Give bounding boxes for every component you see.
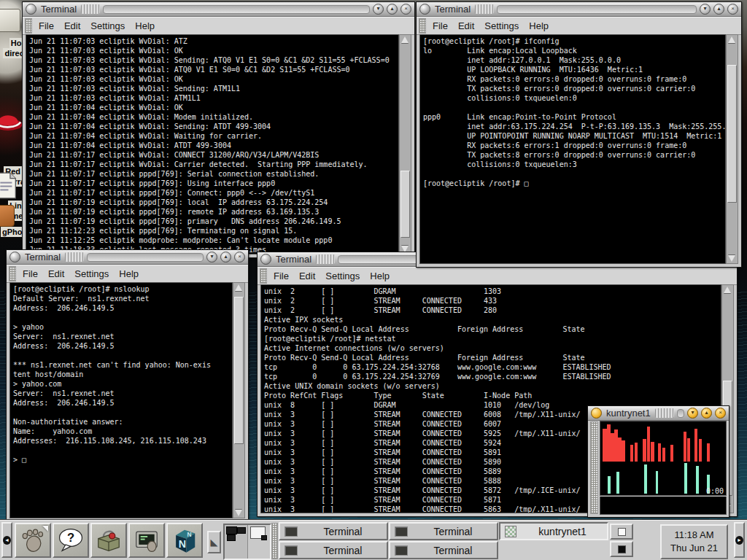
scrollbar-thumb[interactable]: [727, 65, 737, 203]
scroll-up-icon[interactable]: [401, 36, 409, 43]
menu-settings[interactable]: Settings: [71, 267, 116, 281]
panel-drag-handle[interactable]: [271, 523, 278, 559]
tasklist-page-up-button[interactable]: [610, 524, 633, 540]
menu-settings[interactable]: Settings: [88, 19, 132, 33]
terminal-line: [13, 446, 232, 455]
red-hat-errata-icon[interactable]: [0, 102, 25, 137]
scrollbar-thumb[interactable]: [234, 297, 244, 444]
window-menu-icon[interactable]: [260, 254, 271, 265]
menu-drag-handle[interactable]: [9, 266, 16, 281]
terminal-launcher[interactable]: [128, 523, 165, 558]
terminal-line: tcp 0 0 63.175.224.254:32769 www.google.…: [264, 372, 721, 381]
window-task-list: Terminal Terminal kuntrynet1 Terminal Te…: [279, 522, 608, 559]
menu-edit[interactable]: Edit: [61, 19, 88, 33]
menu-help[interactable]: Help: [526, 19, 556, 33]
pager-desktop-current[interactable]: [225, 525, 248, 559]
menu-edit[interactable]: Edit: [296, 269, 322, 283]
menu-file[interactable]: File: [36, 19, 61, 33]
minimize-icon[interactable]: ▾: [373, 4, 384, 15]
scrollbar[interactable]: [726, 34, 738, 264]
menu-help[interactable]: Help: [132, 19, 162, 33]
window-menu-icon[interactable]: [9, 252, 20, 262]
tasklist-pagers: [610, 524, 633, 557]
minimize-icon[interactable]: ▾: [700, 4, 711, 15]
scrollbar[interactable]: [233, 282, 245, 518]
close-icon[interactable]: ×: [715, 408, 726, 419]
pager-desktop-next[interactable]: [248, 525, 271, 559]
linux-documentation-icon[interactable]: [0, 172, 18, 199]
menu-settings[interactable]: Settings: [481, 19, 526, 33]
gphoto-icon[interactable]: [0, 205, 15, 227]
menu-file[interactable]: File: [271, 269, 296, 283]
help-launcher[interactable]: ?: [53, 523, 89, 558]
netscape-launcher[interactable]: NN: [166, 523, 203, 558]
maximize-icon[interactable]: ▴: [713, 4, 724, 15]
terminal-screen-icon: [133, 526, 160, 554]
scroll-down-icon[interactable]: [235, 510, 242, 516]
window-menu-icon[interactable]: [419, 4, 430, 15]
menu-file[interactable]: File: [20, 267, 45, 281]
terminal-output[interactable]: [root@ecliptik /root]# ifconfiglo Link e…: [419, 34, 726, 264]
titlebar[interactable]: Terminal ▾ ▴ ×: [417, 2, 741, 17]
titlebar[interactable]: Terminal ▾ ▴ ×: [7, 250, 248, 265]
terminal-line: [root@ecliptik /root]# netstat: [264, 334, 721, 343]
titlebar[interactable]: kuntrynet1 ▾ ▴ ×: [588, 406, 729, 421]
window-menu-icon[interactable]: [591, 408, 602, 419]
menu-help[interactable]: Help: [116, 267, 146, 281]
menu-drag-handle[interactable]: [25, 18, 32, 34]
task-button-kuntrynet1-active[interactable]: kuntrynet1: [499, 522, 608, 540]
close-icon[interactable]: ×: [400, 4, 411, 15]
window-title: Terminal: [274, 254, 313, 265]
menu-drag-handle[interactable]: [260, 268, 267, 284]
close-icon[interactable]: ×: [727, 4, 738, 15]
scrollbar-thumb[interactable]: [400, 171, 410, 238]
panel-hide-left-button[interactable]: ◄: [1, 522, 12, 558]
minimize-icon[interactable]: ▾: [687, 408, 698, 419]
terminal-line: Jun 21 11:07:17 ecliptik WvDial: CONNECT…: [29, 150, 398, 160]
traffic-bar: [616, 472, 619, 494]
scroll-down-icon[interactable]: [728, 255, 735, 262]
terminal-output[interactable]: Jun 21 11:07:03 ecliptik WvDial: ATZJun …: [26, 34, 399, 254]
task-button-terminal[interactable]: Terminal: [389, 541, 498, 559]
task-button-terminal[interactable]: Terminal: [279, 522, 388, 540]
maximize-icon[interactable]: ▴: [701, 408, 712, 419]
menu-file[interactable]: File: [430, 19, 455, 33]
terminal-output[interactable]: [root@ecliptik /root]# nslookupDefault S…: [9, 282, 233, 518]
gnome-main-menu-button[interactable]: [15, 523, 51, 558]
terminal-line: collisions:0 txqueuelen:0: [423, 93, 725, 103]
terminal-line: ppp0 Link encap:Point-to-Point Protocol: [423, 112, 725, 122]
scrollbar[interactable]: [399, 34, 411, 254]
maximize-icon[interactable]: ▴: [387, 4, 398, 15]
maximize-icon[interactable]: ▴: [220, 252, 231, 262]
menu-help[interactable]: Help: [367, 269, 397, 283]
menu-settings[interactable]: Settings: [322, 269, 367, 283]
menu-drag-handle[interactable]: [419, 18, 426, 34]
titlebar[interactable]: Terminal ▾ ▴ ×: [23, 2, 414, 17]
svg-text:N: N: [187, 531, 192, 538]
window-menu-icon[interactable]: [26, 4, 36, 15]
drawer-button[interactable]: ◣: [207, 531, 221, 553]
terminal-line: Jun 21 11:07:04 ecliptik WvDial: Modem i…: [29, 112, 398, 122]
handle-box-grip[interactable]: [590, 421, 598, 514]
task-button-terminal[interactable]: Terminal: [389, 522, 498, 540]
close-icon[interactable]: ×: [234, 252, 245, 262]
scroll-up-icon[interactable]: [235, 284, 242, 291]
clock-applet[interactable]: 11:18 AM Thu Jun 21: [660, 524, 728, 559]
terminal-line: [13, 351, 232, 360]
terminal-line: Jun 21 11:07:17 ecliptik pppd[769]: Usin…: [29, 179, 398, 188]
home-directory-icon[interactable]: [0, 9, 20, 32]
terminal-line: inet addr:63.175.224.254 P-t-P:63.169.13…: [423, 122, 725, 131]
panel-hide-right-button[interactable]: ►: [734, 522, 745, 558]
terminal-line: [423, 169, 725, 179]
minimize-icon[interactable]: ▾: [206, 252, 217, 262]
toolbox-launcher[interactable]: [90, 523, 127, 558]
terminal-line: Address: 206.246.149.5: [13, 341, 232, 351]
scroll-up-icon[interactable]: [724, 287, 731, 293]
terminal-line: unix 2 [ ] STREAM CONNECTED 280: [264, 306, 721, 315]
menu-edit[interactable]: Edit: [45, 267, 71, 281]
tasklist-page-down-button[interactable]: [610, 541, 633, 557]
task-button-terminal[interactable]: Terminal: [279, 541, 388, 559]
menu-edit[interactable]: Edit: [455, 19, 481, 33]
scroll-up-icon[interactable]: [728, 36, 735, 43]
terminal-task-icon: [395, 526, 408, 537]
